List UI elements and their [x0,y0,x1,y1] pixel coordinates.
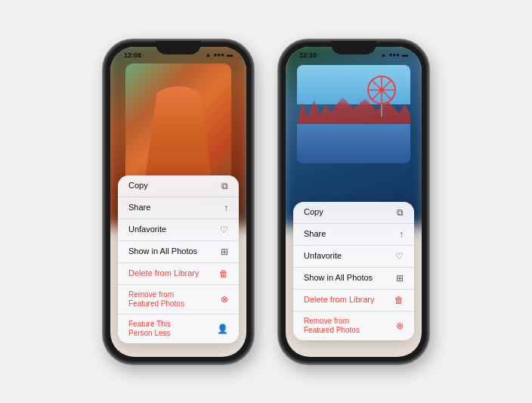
ferris-wheel-svg [367,71,397,116]
phone2-copy-label: Copy [304,207,323,217]
phone2-notch [331,41,376,54]
wifi-icon: ▲ [206,51,212,58]
phone1-copy-label: Copy [128,181,148,191]
phone2-time: 12:10 [299,51,317,59]
phone2-remove-featured-icon: ⊗ [396,321,404,331]
battery-icon: ▬ [227,51,233,58]
phone1-menu-copy[interactable]: Copy ⧉ [118,175,239,197]
phone1-menu-remove-featured[interactable]: Remove fromFeatured Photos ⊗ [118,285,239,315]
water [297,124,410,163]
phone1-delete-label: Delete from Library [128,268,200,278]
phone1-menu-share[interactable]: Share ↑ [118,197,239,219]
phone1-screen: 12:08 ▲ ●●● ▬ Copy ⧉ Share ↑ [110,47,246,357]
phone1-time: 12:08 [124,51,141,59]
phone2-menu-delete[interactable]: Delete from Library 🗑 [293,290,414,312]
phone1-feature-less-label: Feature ThisPerson Less [128,320,171,338]
phone1-notch [156,41,201,54]
phone1-status-icons: ▲ ●●● ▬ [206,51,233,58]
phone1-delete-icon: 🗑 [219,268,228,279]
phone2-menu-showall[interactable]: Show in All Photos ⊞ [293,268,414,290]
phone2-delete-icon: 🗑 [394,295,404,305]
phone1-context-menu: Copy ⧉ Share ↑ Unfavorite ♡ Show in All … [118,175,239,343]
battery-icon2: ▬ [402,51,408,58]
phone1-remove-featured-label: Remove fromFeatured Photos [128,290,184,308]
phone2-share-label: Share [304,229,326,239]
phone2-unfavorite-label: Unfavorite [304,251,342,261]
phone2-menu-unfavorite[interactable]: Unfavorite ♡ [293,246,414,268]
phone1-remove-featured-icon: ⊗ [221,294,228,305]
phone2-remove-featured-label: Remove fromFeatured Photos [304,317,360,335]
phone2-showall-label: Show in All Photos [304,273,373,283]
phone2-share-icon: ↑ [399,229,404,240]
phone1-menu-unfavorite[interactable]: Unfavorite ♡ [118,219,239,241]
phone1-showall-icon: ⊞ [221,246,228,257]
phone2-photo-thumb [297,65,410,163]
phone2-screen: 12:10 ▲ ●●● ▬ [286,47,422,357]
phone1-menu-delete[interactable]: Delete from Library 🗑 [118,263,239,285]
phone1-menu-feature-less[interactable]: Feature ThisPerson Less 👤 [118,315,239,343]
phone1-share-icon: ↑ [224,203,228,213]
phone2: 12:10 ▲ ●●● ▬ [278,39,429,364]
phone2-menu-copy[interactable]: Copy ⧉ [293,202,414,224]
phone2-delete-label: Delete from Library [304,295,375,305]
phone2-menu-share[interactable]: Share ↑ [293,224,414,246]
phone1-wrapper: 12:08 ▲ ●●● ▬ Copy ⧉ Share ↑ [103,39,254,364]
phone1-unfavorite-label: Unfavorite [128,225,166,234]
person-silhouette [144,86,212,184]
phone1-feature-less-icon: 👤 [217,324,228,334]
phone1-showall-label: Show in All Photos [128,246,197,256]
phone1-share-label: Share [128,203,150,212]
signal-icon: ●●● [214,51,225,58]
phone2-copy-icon: ⧉ [397,207,404,218]
phone2-showall-icon: ⊞ [396,273,404,284]
phone1-copy-icon: ⧉ [221,181,228,191]
phone2-wrapper: 12:10 ▲ ●●● ▬ [278,39,429,364]
phone2-unfavorite-icon: ♡ [395,251,404,262]
phone2-status-icons: ▲ ●●● ▬ [381,51,408,58]
phone1-unfavorite-icon: ♡ [220,225,228,235]
phone1: 12:08 ▲ ●●● ▬ Copy ⧉ Share ↑ [103,39,254,364]
phone1-photo-thumb [125,64,231,184]
signal-icon2: ●●● [389,51,401,58]
phone2-context-menu: Copy ⧉ Share ↑ Unfavorite ♡ Show in All … [293,202,414,340]
wifi-icon2: ▲ [381,51,387,58]
phone2-menu-remove-featured[interactable]: Remove fromFeatured Photos ⊗ [293,312,414,340]
phone1-menu-showall[interactable]: Show in All Photos ⊞ [118,241,239,263]
